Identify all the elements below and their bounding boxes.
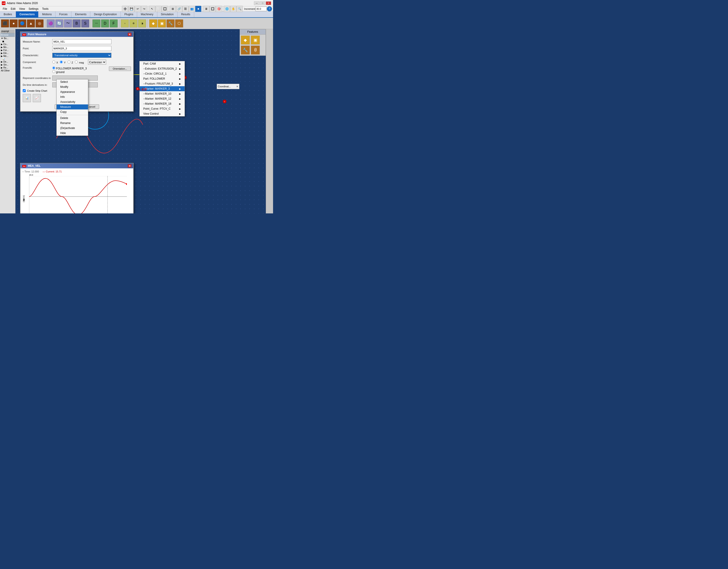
- st-feat1[interactable]: ◆: [149, 19, 157, 28]
- st-force[interactable]: F: [110, 19, 118, 28]
- viewport[interactable]: X Y Features: [15, 29, 266, 213]
- tree-item-re[interactable]: ▶ Re...: [0, 66, 15, 69]
- sub-copy[interactable]: Copy: [57, 109, 88, 114]
- st-damper[interactable]: D: [101, 19, 109, 28]
- ctx-extrusion2[interactable]: --Extrusion: EXTRUSION_2 ▶: [140, 66, 185, 71]
- feat-icon-2[interactable]: ▣: [251, 35, 260, 45]
- maximize-button[interactable]: □: [260, 1, 265, 5]
- st-feat4[interactable]: ⬡: [175, 19, 183, 28]
- tb-render[interactable]: 🖥: [203, 6, 209, 12]
- menu-edit[interactable]: Edit: [9, 7, 17, 11]
- chart-icon-2[interactable]: 📈: [33, 94, 41, 102]
- comp-z-radio[interactable]: [68, 60, 70, 63]
- feat-icon-1[interactable]: ◆: [241, 35, 250, 45]
- st-spring[interactable]: ~~: [92, 19, 100, 28]
- tree-sub-item[interactable]: ◼: [0, 40, 15, 43]
- chart-close-button[interactable]: ✕: [128, 164, 131, 167]
- tab-design-exploration[interactable]: Design Exploration: [90, 11, 121, 17]
- tree-item-ele[interactable]: ▶ Ele...: [0, 52, 15, 55]
- ctx-marker12[interactable]: --Marker: MARKER_12 ▶: [140, 96, 185, 101]
- tb-pan[interactable]: ✋: [230, 6, 236, 12]
- tb-color[interactable]: ■: [195, 6, 201, 12]
- st-sphere[interactable]: ●: [10, 19, 18, 28]
- sub-associativity[interactable]: Associativity: [57, 99, 88, 104]
- tab-machinery[interactable]: Machinery: [137, 11, 157, 17]
- feat-icon-3[interactable]: 🔧: [241, 45, 250, 55]
- tb-groups[interactable]: 👥: [189, 6, 195, 12]
- feat-icon-4[interactable]: 🛢: [251, 45, 260, 55]
- tb-grid[interactable]: ⊞: [170, 6, 176, 12]
- tb-select[interactable]: ↖: [149, 6, 155, 12]
- create-chart-checkbox[interactable]: [23, 89, 26, 92]
- tab-elements[interactable]: Elements: [71, 11, 90, 17]
- tree-item-all[interactable]: All Other: [0, 69, 15, 72]
- tab-plugins[interactable]: Plugins: [121, 11, 137, 17]
- comp-y-radio[interactable]: [60, 60, 63, 63]
- tree-item-sin[interactable]: ▶ Sin...: [0, 63, 15, 66]
- comp-mag-radio[interactable]: [75, 60, 78, 63]
- fromat-opt1-radio[interactable]: [52, 66, 55, 69]
- ctx-view-control[interactable]: View Control ▶: [140, 111, 185, 116]
- close-button[interactable]: ✕: [266, 1, 271, 5]
- orientation-button[interactable]: Orientation...: [109, 66, 131, 71]
- st-cylinder[interactable]: 🔵: [18, 19, 26, 28]
- fromat-opt2-radio[interactable]: [52, 70, 55, 73]
- tab-motions[interactable]: Motions: [38, 11, 55, 17]
- tb-view2[interactable]: 🎯: [216, 6, 222, 12]
- tab-connectors[interactable]: Connectors: [16, 11, 39, 17]
- st-link[interactable]: ○: [121, 19, 129, 28]
- increment-input[interactable]: [255, 7, 267, 11]
- tb-view1[interactable]: 🔲: [209, 6, 216, 12]
- st-shell[interactable]: S: [81, 19, 89, 28]
- tb-undo[interactable]: ↩: [135, 6, 141, 12]
- sub-select[interactable]: Select: [57, 79, 88, 84]
- tb-redo[interactable]: ↪: [141, 6, 147, 12]
- tree-item-mo[interactable]: ▶ Mo...: [0, 46, 15, 49]
- tree-sub-me[interactable]: 📊: [0, 58, 15, 60]
- coordinate-system-select[interactable]: Cartesian: [88, 60, 106, 65]
- tb-link2[interactable]: ⛓: [182, 6, 189, 12]
- sub-delete[interactable]: Delete: [57, 115, 88, 121]
- tb-zoom[interactable]: 🔍: [236, 6, 243, 12]
- comp-x-radio[interactable]: [52, 60, 55, 63]
- st-feat2[interactable]: ▣: [158, 19, 166, 28]
- tree-item-co[interactable]: ▶ Co...: [0, 43, 15, 46]
- tb-rotate[interactable]: 🔲: [162, 6, 168, 12]
- tb-snap[interactable]: 🔗: [176, 6, 182, 12]
- sub-measure[interactable]: Measure: [57, 104, 88, 109]
- ctx-marker10[interactable]: --Marker: MARKER_10 ▶: [140, 91, 185, 96]
- characteristic-select[interactable]: Translational velocity: [52, 53, 111, 58]
- tab-bodies[interactable]: Bodies: [0, 11, 16, 17]
- menu-file[interactable]: File: [1, 7, 9, 11]
- dialog-close-button[interactable]: ✕: [128, 33, 131, 36]
- st-torus[interactable]: ◎: [35, 19, 44, 28]
- tb-help[interactable]: ?: [267, 6, 272, 12]
- st-gear[interactable]: ⚙: [129, 19, 138, 28]
- tree-item-for[interactable]: ▶ For...: [0, 49, 15, 52]
- menu-tools[interactable]: Tools: [40, 7, 50, 11]
- st-feat3[interactable]: 🔧: [166, 19, 175, 28]
- chart-icon-1[interactable]: 📊: [23, 94, 31, 102]
- coord-close[interactable]: ✕: [236, 85, 238, 88]
- ctx-part-follower[interactable]: Part: FOLLOWER ▶: [140, 76, 185, 81]
- sub-modify[interactable]: Modify: [57, 84, 88, 89]
- sub-hide[interactable]: Hide: [57, 131, 88, 136]
- ctx-ptcv[interactable]: Point_Curve: PTCV_C ▶: [140, 106, 185, 111]
- tree-item-de[interactable]: ▶ De...: [0, 60, 15, 63]
- tab-simulation[interactable]: Simulation: [157, 11, 178, 17]
- st-cone[interactable]: ▲: [27, 19, 35, 28]
- tb-transform[interactable]: ⬜: [155, 6, 162, 12]
- tab-forces[interactable]: Forces: [55, 11, 71, 17]
- point-input[interactable]: [52, 46, 111, 51]
- measure-name-input[interactable]: [52, 39, 111, 44]
- st-box[interactable]: ⬛: [1, 19, 9, 28]
- st-sweep[interactable]: 〜: [64, 19, 72, 28]
- st-cam[interactable]: ◑: [138, 19, 146, 28]
- ctx-part-cam[interactable]: Part: CAM ▶: [140, 61, 185, 66]
- st-revolve[interactable]: 🔄: [55, 19, 63, 28]
- menu-settings[interactable]: Settings: [27, 7, 40, 11]
- ctx-frustum3[interactable]: --Frustum: FRUSTUM_3 ▶: [140, 81, 185, 86]
- tab-results[interactable]: Results: [178, 11, 194, 17]
- ctx-marker18[interactable]: --Marker: MARKER_18 ▶: [140, 101, 185, 106]
- st-extrude[interactable]: 🟣: [47, 19, 55, 28]
